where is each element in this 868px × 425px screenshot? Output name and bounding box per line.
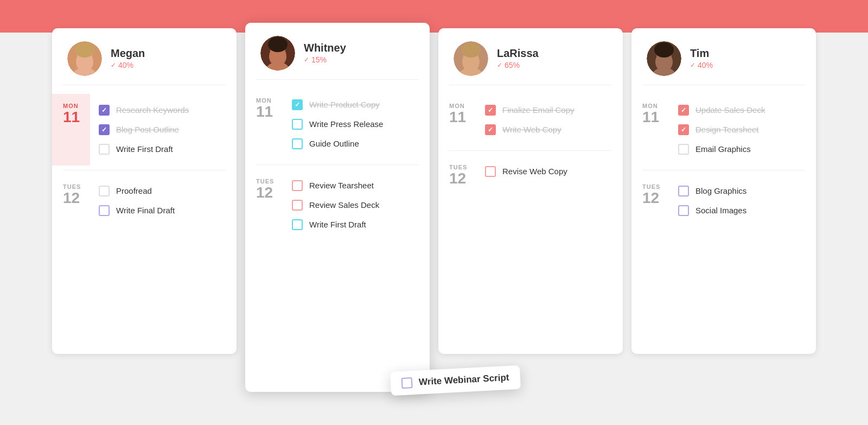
task-item[interactable]: ✓ Design Tearsheet	[678, 120, 805, 139]
task-item[interactable]: Review Tearsheet	[292, 176, 419, 195]
task-item[interactable]: Write First Draft	[99, 139, 226, 159]
day-section-whitney-1: TUES 12 Review Tearsheet Review Sales De…	[245, 169, 430, 241]
task-checkbox[interactable]	[678, 205, 689, 216]
day-number-larissa-0: 11	[449, 109, 476, 126]
task-checkbox[interactable]: ✓	[485, 124, 496, 135]
task-checkbox[interactable]	[99, 144, 110, 155]
task-item[interactable]: ✓ Write Product Copy	[292, 95, 419, 115]
task-label: Blog Post Outline	[116, 125, 179, 134]
day-section-tim-0: MON 11 ✓ Update Sales Deck ✓ Design Tear…	[631, 94, 816, 166]
header-divider-whitney	[256, 79, 419, 80]
task-item[interactable]: ✓ Finalize Email Copy	[485, 100, 612, 120]
task-checkbox[interactable]: ✓	[678, 124, 689, 135]
header-info-whitney: Whitney ✓ 15%	[304, 42, 346, 64]
task-label: Guide Outline	[309, 139, 359, 148]
task-item[interactable]: Proofread	[99, 181, 226, 201]
day-section-megan-0: MON 11 ✓ Research Keywords ✓ Blog Post O…	[52, 94, 237, 166]
header-divider-tim	[642, 85, 805, 85]
task-checkbox[interactable]	[99, 186, 110, 196]
task-checkbox[interactable]	[292, 138, 303, 149]
task-checkbox[interactable]: ✓	[485, 105, 496, 116]
card-header-whitney: Whitney ✓ 15%	[245, 23, 430, 79]
task-checkbox[interactable]	[678, 186, 689, 196]
day-name-megan-0: MON	[63, 103, 90, 109]
day-section-tim-1: TUES 12 Blog Graphics Social Images	[631, 175, 816, 227]
task-checkbox[interactable]	[292, 180, 303, 191]
task-checkbox[interactable]	[485, 166, 496, 177]
day-name-larissa-1: TUES	[449, 164, 476, 170]
day-label-tim-0: MON 11	[631, 94, 669, 166]
header-info-megan: Megan ✓ 40%	[111, 47, 145, 69]
task-label: Review Tearsheet	[309, 181, 374, 190]
person-percent-megan: ✓ 40%	[111, 61, 145, 69]
task-label: Update Sales Deck	[695, 105, 765, 115]
task-label: Write Product Copy	[309, 100, 380, 109]
task-item[interactable]: ✓ Blog Post Outline	[99, 120, 226, 139]
task-label: Design Tearsheet	[695, 125, 758, 134]
task-item[interactable]: Write First Draft	[292, 215, 419, 234]
task-checkbox[interactable]	[678, 144, 689, 155]
person-name-megan: Megan	[111, 47, 145, 60]
task-checkbox[interactable]: ✓	[292, 99, 303, 110]
task-item[interactable]: ✓ Write Web Copy	[485, 120, 612, 139]
tasks-list-megan-0: ✓ Research Keywords ✓ Blog Post Outline …	[90, 94, 237, 166]
day-name-whitney-1: TUES	[256, 178, 283, 185]
task-item[interactable]: Social Images	[678, 201, 805, 220]
section-divider-whitney-0	[256, 164, 419, 165]
task-label: Email Graphics	[695, 144, 751, 154]
task-checkbox[interactable]	[292, 200, 303, 211]
task-label: Write Press Release	[309, 119, 383, 129]
avatar-whitney	[260, 36, 295, 71]
day-label-megan-1: TUES 12	[52, 175, 90, 227]
person-percent-larissa: ✓ 65%	[497, 61, 539, 69]
task-label: Review Sales Deck	[309, 200, 379, 210]
day-label-larissa-0: MON 11	[438, 94, 476, 146]
tasks-list-whitney-0: ✓ Write Product Copy Write Press Release…	[283, 88, 430, 160]
task-label: Revise Web Copy	[502, 167, 567, 176]
task-checkbox[interactable]: ✓	[99, 105, 110, 116]
task-item[interactable]: Blog Graphics	[678, 181, 805, 201]
svg-point-8	[268, 37, 288, 52]
task-checkbox[interactable]	[292, 219, 303, 230]
task-label: Proofread	[116, 186, 152, 195]
day-number-megan-0: 11	[63, 109, 90, 126]
task-item[interactable]: Write Press Release	[292, 115, 419, 134]
avatar-larissa	[454, 41, 488, 76]
tasks-list-whitney-1: Review Tearsheet Review Sales Deck Write…	[283, 169, 430, 241]
task-item[interactable]: Revise Web Copy	[485, 162, 612, 181]
task-checkbox[interactable]: ✓	[99, 124, 110, 135]
person-percent-tim: ✓ 40%	[690, 61, 713, 69]
day-number-tim-0: 11	[642, 109, 669, 126]
day-name-larissa-0: MON	[449, 103, 476, 109]
day-label-whitney-0: MON 11	[245, 88, 283, 160]
day-label-megan-0: MON 11	[52, 94, 90, 166]
person-name-tim: Tim	[690, 47, 713, 60]
task-checkbox[interactable]	[292, 119, 303, 130]
task-checkbox[interactable]: ✓	[678, 105, 689, 116]
task-label: Finalize Email Copy	[502, 105, 575, 115]
day-name-whitney-0: MON	[256, 97, 283, 104]
header-divider-megan	[63, 85, 226, 85]
day-section-larissa-0: MON 11 ✓ Finalize Email Copy ✓ Write Web…	[438, 94, 623, 146]
svg-point-3	[75, 42, 94, 58]
task-item[interactable]: Review Sales Deck	[292, 195, 419, 215]
task-item[interactable]: Guide Outline	[292, 134, 419, 154]
card-header-larissa: LaRissa ✓ 65%	[438, 28, 623, 85]
task-checkbox[interactable]	[99, 205, 110, 216]
day-label-tim-1: TUES 12	[631, 175, 669, 227]
header-info-larissa: LaRissa ✓ 65%	[497, 47, 539, 69]
task-item[interactable]: ✓ Update Sales Deck	[678, 100, 805, 120]
person-name-whitney: Whitney	[304, 42, 346, 54]
tasks-list-tim-1: Blog Graphics Social Images	[669, 175, 816, 227]
day-section-whitney-0: MON 11 ✓ Write Product Copy Write Press …	[245, 88, 430, 160]
task-item[interactable]: Write Final Draft	[99, 201, 226, 220]
floating-task-checkbox[interactable]	[401, 377, 413, 389]
svg-point-13	[461, 42, 481, 58]
card-header-tim: Tim ✓ 40%	[631, 28, 816, 85]
task-label: Write First Draft	[309, 220, 366, 229]
task-item[interactable]: ✓ Research Keywords	[99, 100, 226, 120]
task-item[interactable]: Email Graphics	[678, 139, 805, 159]
card-header-megan: Megan ✓ 40%	[52, 28, 237, 85]
floating-task-label: Write Webinar Script	[419, 372, 509, 388]
percent-check-tim: ✓	[690, 61, 695, 69]
